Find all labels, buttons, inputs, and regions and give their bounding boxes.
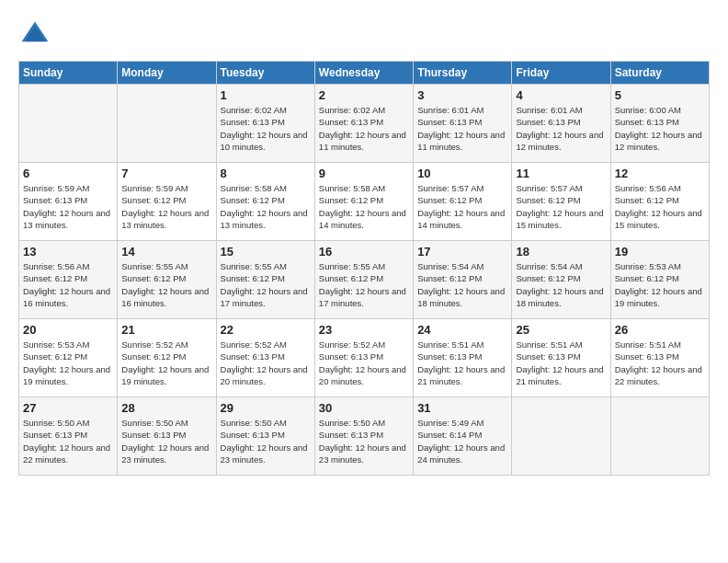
header-cell-wednesday: Wednesday [314,62,413,85]
calendar-cell: 10Sunrise: 5:57 AM Sunset: 6:12 PM Dayli… [414,163,512,241]
logo-icon [18,18,51,52]
calendar-cell: 12Sunrise: 5:56 AM Sunset: 6:12 PM Dayli… [610,163,709,241]
day-detail: Sunrise: 5:52 AM Sunset: 6:13 PM Dayligh… [221,339,311,387]
day-number: 10 [417,167,507,180]
calendar-cell: 25Sunrise: 5:51 AM Sunset: 6:13 PM Dayli… [512,319,610,397]
day-number: 8 [221,167,311,180]
day-detail: Sunrise: 5:53 AM Sunset: 6:12 PM Dayligh… [23,339,113,387]
week-row-1: 1Sunrise: 6:02 AM Sunset: 6:13 PM Daylig… [19,85,710,163]
calendar-cell: 29Sunrise: 5:50 AM Sunset: 6:13 PM Dayli… [216,397,314,476]
day-detail: Sunrise: 5:50 AM Sunset: 6:13 PM Dayligh… [319,417,409,465]
day-detail: Sunrise: 6:02 AM Sunset: 6:13 PM Dayligh… [221,104,311,153]
day-number: 19 [615,245,705,259]
day-number: 25 [516,323,606,337]
day-number: 29 [221,401,311,415]
page-header [18,18,710,52]
day-detail: Sunrise: 6:02 AM Sunset: 6:13 PM Dayligh… [319,104,409,153]
day-number: 4 [516,88,606,102]
day-number: 20 [23,323,113,337]
calendar-cell: 8Sunrise: 5:58 AM Sunset: 6:12 PM Daylig… [216,163,314,241]
calendar-cell: 21Sunrise: 5:52 AM Sunset: 6:12 PM Dayli… [118,319,216,397]
header-cell-saturday: Saturday [610,62,709,85]
calendar-cell: 24Sunrise: 5:51 AM Sunset: 6:13 PM Dayli… [414,319,512,397]
calendar-cell: 6Sunrise: 5:59 AM Sunset: 6:13 PM Daylig… [19,163,118,241]
calendar-cell: 1Sunrise: 6:02 AM Sunset: 6:13 PM Daylig… [216,85,314,163]
day-detail: Sunrise: 5:50 AM Sunset: 6:13 PM Dayligh… [121,417,211,465]
day-number: 26 [615,323,705,337]
day-number: 21 [121,323,211,337]
day-number: 11 [516,167,606,180]
day-number: 22 [221,323,311,337]
day-detail: Sunrise: 5:55 AM Sunset: 6:12 PM Dayligh… [221,260,311,309]
day-detail: Sunrise: 5:52 AM Sunset: 6:12 PM Dayligh… [121,339,211,387]
calendar-cell: 30Sunrise: 5:50 AM Sunset: 6:13 PM Dayli… [314,397,413,476]
day-detail: Sunrise: 6:01 AM Sunset: 6:13 PM Dayligh… [417,104,507,153]
day-detail: Sunrise: 5:55 AM Sunset: 6:12 PM Dayligh… [121,260,211,309]
day-number: 18 [516,245,606,259]
calendar-cell: 17Sunrise: 5:54 AM Sunset: 6:12 PM Dayli… [414,241,512,319]
calendar-cell: 2Sunrise: 6:02 AM Sunset: 6:13 PM Daylig… [314,85,413,163]
day-detail: Sunrise: 5:51 AM Sunset: 6:13 PM Dayligh… [615,339,705,387]
calendar-cell: 4Sunrise: 6:01 AM Sunset: 6:13 PM Daylig… [512,85,610,163]
calendar-cell [512,397,610,476]
day-number: 13 [23,245,113,259]
calendar-header: SundayMondayTuesdayWednesdayThursdayFrid… [19,62,710,85]
calendar-cell: 9Sunrise: 5:58 AM Sunset: 6:12 PM Daylig… [314,163,413,241]
week-row-3: 13Sunrise: 5:56 AM Sunset: 6:12 PM Dayli… [19,241,710,319]
day-detail: Sunrise: 5:58 AM Sunset: 6:12 PM Dayligh… [319,182,409,231]
day-detail: Sunrise: 5:51 AM Sunset: 6:13 PM Dayligh… [417,339,507,387]
calendar-table: SundayMondayTuesdayWednesdayThursdayFrid… [18,61,710,476]
day-detail: Sunrise: 6:00 AM Sunset: 6:13 PM Dayligh… [615,104,705,153]
day-number: 28 [121,401,211,415]
day-number: 7 [121,167,211,180]
day-number: 23 [319,323,409,337]
calendar-cell [19,85,118,163]
calendar-cell: 16Sunrise: 5:55 AM Sunset: 6:12 PM Dayli… [314,241,413,319]
day-detail: Sunrise: 5:49 AM Sunset: 6:14 PM Dayligh… [417,417,507,465]
day-detail: Sunrise: 5:57 AM Sunset: 6:12 PM Dayligh… [516,182,606,231]
calendar-cell: 3Sunrise: 6:01 AM Sunset: 6:13 PM Daylig… [414,85,512,163]
week-row-2: 6Sunrise: 5:59 AM Sunset: 6:13 PM Daylig… [19,163,710,241]
day-detail: Sunrise: 5:58 AM Sunset: 6:12 PM Dayligh… [221,182,311,231]
calendar-body: 1Sunrise: 6:02 AM Sunset: 6:13 PM Daylig… [19,85,710,476]
calendar-cell: 31Sunrise: 5:49 AM Sunset: 6:14 PM Dayli… [414,397,512,476]
header-cell-sunday: Sunday [19,62,118,85]
day-detail: Sunrise: 6:01 AM Sunset: 6:13 PM Dayligh… [516,104,606,153]
day-detail: Sunrise: 5:54 AM Sunset: 6:12 PM Dayligh… [516,260,606,309]
calendar-cell: 11Sunrise: 5:57 AM Sunset: 6:12 PM Dayli… [512,163,610,241]
calendar-cell: 7Sunrise: 5:59 AM Sunset: 6:12 PM Daylig… [118,163,216,241]
calendar-cell: 22Sunrise: 5:52 AM Sunset: 6:13 PM Dayli… [216,319,314,397]
day-detail: Sunrise: 5:50 AM Sunset: 6:13 PM Dayligh… [23,417,113,465]
day-number: 14 [121,245,211,259]
day-number: 12 [615,167,705,180]
calendar-cell [118,85,216,163]
calendar-cell: 13Sunrise: 5:56 AM Sunset: 6:12 PM Dayli… [19,241,118,319]
header-cell-thursday: Thursday [414,62,512,85]
header-cell-tuesday: Tuesday [216,62,314,85]
day-number: 2 [319,88,409,102]
day-number: 31 [417,401,507,415]
day-number: 9 [319,167,409,180]
day-detail: Sunrise: 5:50 AM Sunset: 6:13 PM Dayligh… [221,417,311,465]
day-detail: Sunrise: 5:56 AM Sunset: 6:12 PM Dayligh… [615,182,705,231]
calendar-cell: 20Sunrise: 5:53 AM Sunset: 6:12 PM Dayli… [19,319,118,397]
day-detail: Sunrise: 5:59 AM Sunset: 6:12 PM Dayligh… [121,182,211,231]
calendar-cell: 23Sunrise: 5:52 AM Sunset: 6:13 PM Dayli… [314,319,413,397]
header-cell-friday: Friday [512,62,610,85]
calendar-cell: 15Sunrise: 5:55 AM Sunset: 6:12 PM Dayli… [216,241,314,319]
calendar-cell: 14Sunrise: 5:55 AM Sunset: 6:12 PM Dayli… [118,241,216,319]
calendar-cell: 18Sunrise: 5:54 AM Sunset: 6:12 PM Dayli… [512,241,610,319]
header-cell-monday: Monday [118,62,216,85]
calendar-cell: 27Sunrise: 5:50 AM Sunset: 6:13 PM Dayli… [19,397,118,476]
day-detail: Sunrise: 5:52 AM Sunset: 6:13 PM Dayligh… [319,339,409,387]
calendar-cell: 28Sunrise: 5:50 AM Sunset: 6:13 PM Dayli… [118,397,216,476]
day-detail: Sunrise: 5:53 AM Sunset: 6:12 PM Dayligh… [615,260,705,309]
day-detail: Sunrise: 5:59 AM Sunset: 6:13 PM Dayligh… [23,182,113,231]
day-number: 3 [417,88,507,102]
day-number: 16 [319,245,409,259]
header-row: SundayMondayTuesdayWednesdayThursdayFrid… [19,62,710,85]
day-number: 6 [23,167,113,180]
day-number: 27 [23,401,113,415]
calendar-cell: 5Sunrise: 6:00 AM Sunset: 6:13 PM Daylig… [610,85,709,163]
day-detail: Sunrise: 5:55 AM Sunset: 6:12 PM Dayligh… [319,260,409,309]
